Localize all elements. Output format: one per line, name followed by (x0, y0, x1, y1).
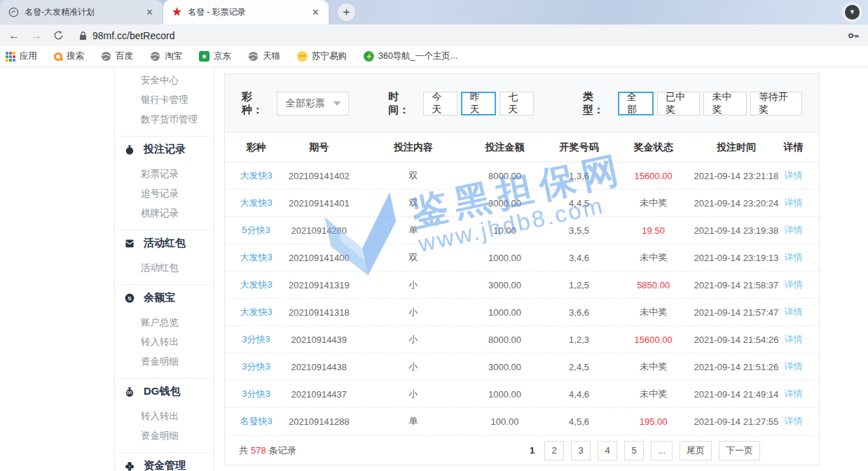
col-issue: 期号 (276, 141, 361, 154)
numbers-cell: 1,3,6 (545, 171, 614, 181)
page-2[interactable]: 2 (544, 441, 564, 461)
type-filter-won[interactable]: 已中奖 (657, 92, 701, 115)
bookmark-search[interactable]: 搜索 (54, 50, 84, 62)
globe-icon (150, 51, 160, 62)
issue-cell: 202109141318 (276, 307, 361, 318)
forward-icon[interactable]: → (31, 30, 42, 41)
lottery-link[interactable]: 3分快3 (236, 360, 276, 373)
time-filter-yesterday[interactable]: 昨天 (461, 92, 496, 115)
type-filter-pending[interactable]: 等待开奖 (750, 92, 802, 115)
numbers-cell: 2,4,5 (545, 362, 614, 372)
bookmark-baidu[interactable]: 百度 (101, 50, 133, 62)
bookmark-suning[interactable]: 苏宁易购 (297, 50, 347, 62)
detail-link[interactable]: 详情 (779, 169, 808, 182)
detail-link[interactable]: 详情 (779, 360, 808, 373)
time-cell: 2021-09-14 23:19:38 (694, 225, 779, 236)
detail-link[interactable]: 详情 (779, 224, 808, 237)
detail-link[interactable]: 详情 (779, 333, 808, 346)
sidebar-item-chase-records[interactable]: 追号记录 (141, 184, 214, 204)
time-filter-seven-days[interactable]: 七天 (500, 92, 533, 115)
content-cell: 双 (362, 197, 465, 209)
sidebar-item-fund-details[interactable]: 资金明细 (141, 352, 214, 372)
coin-icon: S (124, 293, 135, 304)
bookmark-apps[interactable]: 应用 (6, 50, 37, 62)
issue-cell: 202109141400 (276, 253, 361, 263)
key-icon[interactable] (848, 31, 860, 41)
sidebar-item-security-center[interactable]: 安全中心 (141, 71, 214, 90)
type-filter-lost[interactable]: 未中奖 (703, 92, 747, 115)
lottery-link[interactable]: 大发快3 (236, 169, 276, 182)
tab-title: 名發 - 彩票记录 (188, 6, 304, 18)
back-icon[interactable]: ← (8, 30, 20, 41)
lottery-link[interactable]: 5分快3 (236, 224, 276, 237)
lottery-link[interactable]: 3分快3 (236, 388, 276, 400)
wallet-icon: DG (124, 386, 135, 398)
status-cell: 未中奖 (614, 360, 694, 373)
new-tab-button[interactable]: ＋ (338, 3, 355, 21)
close-tab-icon[interactable]: ✕ (310, 7, 322, 17)
detail-link[interactable]: 详情 (779, 415, 808, 428)
page-ellipsis[interactable]: ... (651, 441, 673, 461)
sidebar-item-board-game-records[interactable]: 棋牌记录 (141, 204, 214, 223)
bookmark-tmall[interactable]: 天猫 (248, 50, 280, 62)
sidebar-item-activity-red-packet[interactable]: 活动红包 (141, 258, 214, 278)
sidebar-item-bank-card[interactable]: 银行卡管理 (141, 90, 214, 110)
detail-link[interactable]: 详情 (779, 388, 808, 400)
sidebar-item-dg-transfer[interactable]: 转入转出 (141, 407, 214, 426)
lottery-select[interactable]: 全部彩票 (277, 92, 349, 115)
close-tab-icon[interactable]: ✕ (144, 7, 156, 17)
time-cell: 2021-09-14 21:54:26 (694, 335, 779, 345)
address-bar[interactable]: 98mf.cc/betRecord (79, 30, 175, 41)
sidebar-section-dg-wallet[interactable]: DG DG钱包 (124, 385, 214, 398)
table-row: 大发快3 202109141318 小 1000.00 3,6,6 未中奖 20… (225, 299, 819, 326)
detail-link[interactable]: 详情 (779, 197, 808, 209)
browser-tab-plan[interactable]: 名發-大发精准计划 ✕ (0, 0, 163, 24)
sidebar: 安全中心 银行卡管理 数字货币管理 投注记录 彩票记录 追号记录 棋牌记录 活动… (114, 68, 214, 471)
col-amount: 投注金额 (464, 141, 544, 154)
lottery-link[interactable]: 大发快3 (236, 251, 276, 264)
last-page-button[interactable]: 尾页 (680, 441, 712, 461)
sidebar-item-dg-fund-details[interactable]: 资金明细 (141, 426, 214, 446)
type-filter-all[interactable]: 全部 (618, 92, 654, 115)
lottery-link[interactable]: 名發快3 (236, 415, 276, 428)
bookmark-360nav[interactable]: + 360导航_一个主页... (364, 50, 457, 62)
lottery-link[interactable]: 大发快3 (236, 306, 276, 318)
bookmark-taobao[interactable]: 淘宝 (150, 50, 182, 62)
browser-tab-bet-record[interactable]: 名發 - 彩票记录 ✕ (163, 0, 329, 24)
table-row: 3分快3 20210914437 小 1000.00 4,4,6 未中奖 202… (225, 381, 819, 408)
content-cell: 小 (362, 360, 465, 373)
page-4[interactable]: 4 (598, 441, 617, 461)
star-favicon-icon (172, 7, 182, 17)
page-3[interactable]: 3 (571, 441, 591, 461)
status-cell: 5850.00 (614, 280, 694, 290)
sidebar-section-fund-management[interactable]: 资金管理 (124, 459, 214, 471)
lottery-link[interactable]: 大发快3 (236, 279, 276, 291)
detail-link[interactable]: 详情 (779, 251, 808, 264)
content-cell: 双 (362, 251, 465, 264)
sidebar-item-lottery-records[interactable]: 彩票记录 (141, 164, 214, 184)
sidebar-item-transfer-in-out[interactable]: 转入转出 (141, 332, 214, 352)
page-content: 安全中心 银行卡管理 数字货币管理 投注记录 彩票记录 追号记录 棋牌记录 活动… (0, 68, 868, 471)
bookmark-label: 应用 (20, 50, 37, 62)
page-5[interactable]: 5 (624, 441, 644, 461)
refresh-icon[interactable] (53, 30, 64, 41)
sidebar-item-digital-currency[interactable]: 数字货币管理 (141, 110, 214, 129)
content-cell: 单 (362, 224, 465, 237)
bookmark-jd[interactable]: ★ 京东 (199, 50, 231, 62)
time-filter-today[interactable]: 今天 (423, 92, 457, 115)
sidebar-section-bet-records[interactable]: 投注记录 (124, 143, 214, 156)
time-cell: 2021-09-14 21:49:14 (694, 389, 779, 400)
lottery-link[interactable]: 大发快3 (236, 197, 276, 209)
url-text: 98mf.cc/betRecord (92, 30, 175, 41)
detail-link[interactable]: 详情 (779, 279, 808, 291)
next-page-button[interactable]: 下一页 (719, 441, 760, 461)
col-detail: 详情 (779, 141, 808, 154)
status-cell: 15600.00 (614, 335, 694, 345)
bookmark-label: 百度 (116, 50, 133, 62)
browser-extension-button[interactable]: ▼ (842, 2, 862, 22)
sidebar-section-yuebao[interactable]: S 余额宝 (124, 291, 214, 304)
sidebar-section-red-packet[interactable]: 活动红包 (124, 237, 214, 250)
lottery-link[interactable]: 3分快3 (236, 333, 276, 346)
sidebar-item-account-overview[interactable]: 账户总览 (141, 313, 214, 332)
detail-link[interactable]: 详情 (779, 306, 808, 318)
